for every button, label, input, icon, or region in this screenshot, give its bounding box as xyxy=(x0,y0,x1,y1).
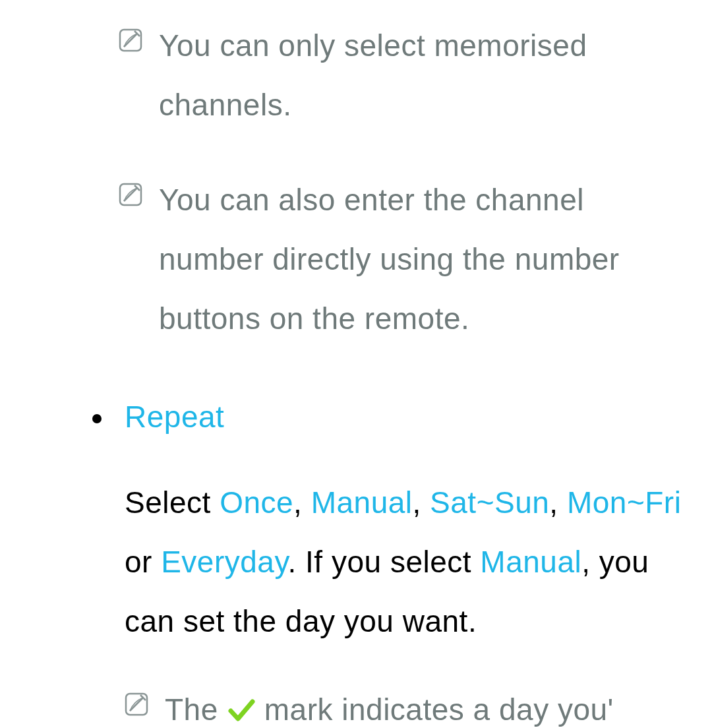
note-item: You can only select memorised channels. xyxy=(119,16,686,135)
note-item: The mark indicates a day you' xyxy=(125,681,686,728)
note-icon xyxy=(119,28,142,52)
text: , xyxy=(413,485,430,520)
option-once: Once xyxy=(220,485,293,520)
note-item: You can also enter the channel number di… xyxy=(119,171,686,348)
repeat-paragraph: Select Once, Manual, Sat~Sun, Mon~Fri or… xyxy=(125,473,686,651)
option-manual: Manual xyxy=(311,485,413,520)
bullet-item-repeat: Repeat Select Once, Manual, Sat~Sun, Mon… xyxy=(92,388,686,728)
checkmark-icon xyxy=(227,696,255,724)
text: Select xyxy=(125,485,220,520)
repeat-heading: Repeat xyxy=(125,388,686,447)
bullet-body: Repeat Select Once, Manual, Sat~Sun, Mon… xyxy=(125,388,686,728)
text: The xyxy=(165,681,218,728)
option-everyday: Everyday xyxy=(161,545,287,579)
text: , xyxy=(549,485,567,520)
note-text: The mark indicates a day you' xyxy=(165,681,614,728)
option-manual: Manual xyxy=(480,545,581,579)
option-monfri: Mon~Fri xyxy=(567,485,681,520)
note-icon xyxy=(125,692,148,716)
text: or xyxy=(125,545,161,579)
document-body: You can only select memorised channels. … xyxy=(0,0,712,728)
text: mark indicates a day you' xyxy=(264,681,614,728)
bullet-icon xyxy=(92,414,102,423)
option-satsun: Sat~Sun xyxy=(430,485,549,520)
note-icon xyxy=(119,183,142,206)
text: , xyxy=(293,485,311,520)
note-text: You can also enter the channel number di… xyxy=(159,171,686,348)
note-text: You can only select memorised channels. xyxy=(159,16,686,135)
text: . If you select xyxy=(288,545,481,579)
